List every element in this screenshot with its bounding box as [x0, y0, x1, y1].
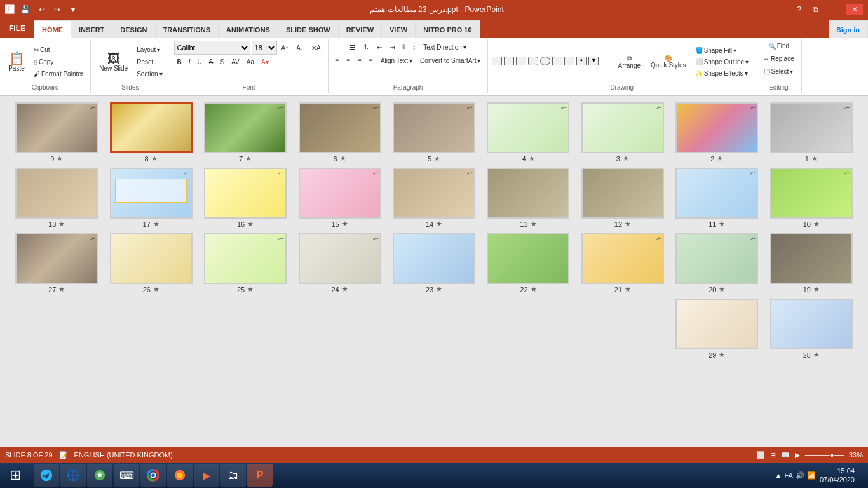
justify-btn[interactable]: ≡	[366, 55, 376, 66]
bullets-btn[interactable]: ☰	[346, 42, 358, 53]
font-family-select[interactable]: Calibri	[174, 41, 250, 55]
slide-item-11[interactable]: متن ★ 11	[673, 168, 761, 228]
slide-thumb-9[interactable]: متن	[15, 102, 98, 153]
rounded-shape[interactable]	[528, 57, 538, 65]
slide-item-8[interactable]: ★ 8	[107, 102, 194, 163]
font-size-select[interactable]: 18	[252, 41, 277, 55]
arrange-button[interactable]: ⧉ Arrange	[613, 53, 645, 71]
line-shape[interactable]	[504, 57, 514, 65]
tab-view[interactable]: VIEW	[382, 20, 416, 38]
slide-thumb-28[interactable]	[770, 299, 853, 349]
slide-item-14[interactable]: متن ★ 14	[390, 168, 478, 228]
shape-outline-button[interactable]: ⬜ Shape Outline▾	[692, 57, 752, 67]
slide-item-7[interactable]: متن ★ 7	[201, 102, 289, 163]
increase-indent-btn[interactable]: ⇥	[386, 42, 398, 53]
align-text-btn[interactable]: Align Text▾	[377, 55, 416, 66]
oval-shape[interactable]	[540, 57, 550, 65]
slide-item-13[interactable]: ★ 13	[484, 168, 572, 228]
shape-effects-button[interactable]: ✨ Shape Effects▾	[692, 68, 752, 79]
decrease-font-btn[interactable]: A↓	[293, 43, 307, 53]
align-left-btn[interactable]: ≡	[332, 55, 342, 66]
tab-slideshow[interactable]: SLIDE SHOW	[278, 20, 339, 38]
taskbar-powerpoint[interactable]: P	[247, 464, 273, 487]
star-shape[interactable]: ✦	[576, 57, 587, 65]
rect2-shape[interactable]	[516, 57, 526, 65]
shape-fill-button[interactable]: 🪣 Shape Fill▾	[692, 45, 752, 56]
slide-thumb-29[interactable]	[675, 299, 758, 349]
slide-item-4[interactable]: متن ★ 4	[484, 102, 572, 163]
text-direction-btn[interactable]: Text Direction▾	[420, 42, 470, 53]
numbering-btn[interactable]: ⒈	[360, 41, 372, 53]
slide-item-1[interactable]: متن ★ 1	[768, 102, 855, 163]
slide-item-5[interactable]: متن ★ 5	[390, 102, 478, 163]
redo-qat-btn[interactable]: ↪	[51, 4, 63, 15]
slide-item-23[interactable]: ★ 23	[390, 233, 478, 294]
slide-item-29[interactable]: ★ 29	[673, 299, 761, 359]
slide-item-28[interactable]: ★ 28	[768, 299, 855, 359]
slide-thumb-19[interactable]	[770, 233, 853, 284]
slide-thumb-10[interactable]: متن	[770, 168, 853, 219]
tab-insert[interactable]: INSERT	[71, 20, 112, 38]
slide-thumb-26[interactable]	[110, 233, 193, 284]
slide-thumb-4[interactable]: متن	[487, 102, 569, 153]
bold-btn[interactable]: B	[174, 57, 185, 67]
decrease-indent-btn[interactable]: ⇤	[374, 42, 385, 53]
format-painter-button[interactable]: 🖌 Format Painter	[31, 69, 86, 79]
pentagon-shape[interactable]	[552, 57, 562, 65]
slide-item-25[interactable]: متن ★ 25	[201, 233, 289, 294]
slide-item-9[interactable]: متن ★ 9	[13, 102, 100, 163]
increase-font-btn[interactable]: A↑	[278, 43, 292, 53]
slide-thumb-7[interactable]: متن	[204, 102, 287, 153]
restore-btn[interactable]: ⧉	[810, 4, 821, 15]
slide-thumb-23[interactable]	[393, 233, 475, 284]
line-spacing-btn[interactable]: ↕	[409, 42, 419, 53]
save-qat-btn[interactable]: 💾	[18, 4, 32, 15]
align-right-btn[interactable]: ≡	[355, 55, 365, 66]
zoom-slider[interactable]: ─────●──	[805, 451, 844, 459]
slide-thumb-18[interactable]	[15, 168, 98, 219]
cut-button[interactable]: ✂ Cut	[31, 44, 86, 55]
close-btn[interactable]: ✕	[846, 4, 863, 15]
quick-styles-button[interactable]: 🎨 Quick Styles	[646, 53, 691, 71]
paste-button[interactable]: 📋 Paste	[4, 50, 29, 74]
tab-review[interactable]: REVIEW	[339, 20, 382, 38]
taskbar-ie[interactable]	[60, 464, 86, 487]
slide-item-27[interactable]: متن ★ 27	[13, 233, 100, 294]
slide-item-18[interactable]: ★ 18	[13, 168, 100, 228]
tab-file[interactable]: FILE	[0, 19, 34, 38]
slide-thumb-16[interactable]: متن	[204, 168, 287, 219]
italic-btn[interactable]: I	[186, 57, 194, 67]
slide-thumb-2[interactable]: متن	[675, 102, 758, 153]
slide-thumb-15[interactable]: متن	[299, 168, 381, 219]
slide-thumb-25[interactable]: متن	[204, 233, 287, 284]
slide-thumb-21[interactable]: متن	[581, 233, 664, 284]
slide-thumb-20[interactable]: متن	[675, 233, 758, 284]
slide-thumb-27[interactable]: متن	[15, 233, 98, 284]
minimize-btn[interactable]: —	[827, 4, 840, 15]
slide-item-26[interactable]: ★ 26	[107, 233, 194, 294]
slide-item-3[interactable]: متن ★ 3	[579, 102, 667, 163]
align-center-btn[interactable]: ≡	[343, 55, 353, 66]
taskbar-telegram[interactable]	[34, 464, 59, 487]
taskbar-chrome[interactable]	[140, 464, 166, 487]
replace-button[interactable]: ↔ Replace	[760, 53, 797, 64]
slide-thumb-17[interactable]: متن	[110, 168, 193, 219]
layout-button[interactable]: Layout▾	[133, 44, 165, 55]
slide-thumb-5[interactable]: متن	[393, 102, 475, 153]
taskbar-browser2[interactable]	[87, 464, 112, 487]
network-icon[interactable]: 📶	[807, 471, 816, 480]
taskbar-files[interactable]: 🗂	[220, 464, 246, 487]
slide-thumb-1[interactable]: متن	[770, 102, 853, 153]
reset-button[interactable]: Reset	[133, 57, 165, 67]
section-button[interactable]: Section▾	[133, 69, 165, 79]
slide-thumb-22[interactable]	[487, 233, 569, 284]
qat-dropdown-btn[interactable]: ▼	[67, 4, 79, 15]
slide-item-19[interactable]: ★ 19	[768, 233, 855, 294]
underline-btn[interactable]: U	[194, 57, 205, 67]
slides-panel[interactable]: متن ★ 1 متن ★ 2 متن ★ 3 متن ★ 4 متن	[0, 96, 868, 447]
slide-thumb-12[interactable]	[581, 168, 664, 219]
undo-qat-btn[interactable]: ↩	[36, 4, 48, 15]
slide-thumb-11[interactable]: متن	[675, 168, 758, 219]
help-btn[interactable]: ?	[794, 4, 804, 15]
tab-transitions[interactable]: TRANSITIONS	[156, 20, 219, 38]
